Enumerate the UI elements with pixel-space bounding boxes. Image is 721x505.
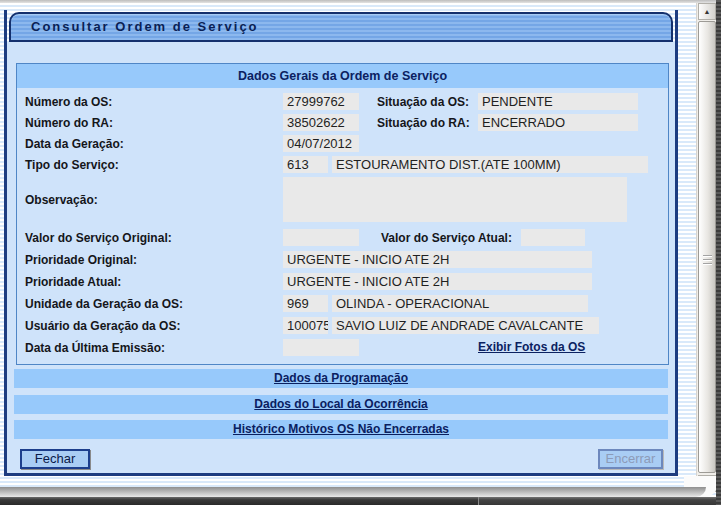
usuario-geracao-code-field: 100075 — [283, 317, 328, 334]
window-title: Consultar Ordem de Serviço — [31, 19, 259, 34]
numero-ra-label: Número do RA: — [25, 115, 113, 131]
scrollbar-grip-icon — [703, 255, 712, 265]
section-bar-local-ocorrencia[interactable]: Dados do Local da Ocorrência — [14, 395, 668, 414]
section-bar-dados-programacao-label: Dados da Programação — [274, 371, 408, 385]
tipo-servico-label: Tipo do Serviço: — [25, 157, 119, 173]
fechar-button[interactable]: Fechar — [20, 449, 90, 469]
scroll-up-icon: ▲ — [704, 8, 711, 15]
situacao-os-field: PENDENTE — [478, 93, 638, 110]
scrollbar-thumb[interactable] — [698, 21, 716, 473]
window-bottom-edge — [0, 487, 706, 497]
scroll-up-button[interactable]: ▲ — [698, 3, 716, 20]
prioridade-original-field: URGENTE - INICIO ATE 2H — [283, 251, 592, 268]
unidade-geracao-label: Unidade da Geração da OS: — [25, 296, 183, 312]
data-ultima-emissao-field — [283, 339, 359, 356]
tipo-servico-desc-field: ESTOURAMENTO DIST.(ATE 100MM) — [332, 156, 648, 173]
prioridade-original-label: Prioridade Original: — [25, 252, 137, 268]
numero-os-label: Número da OS: — [25, 94, 112, 110]
exibir-fotos-link[interactable]: Exibir Fotos da OS — [478, 339, 585, 356]
situacao-ra-field: ENCERRADO — [478, 114, 638, 131]
data-geracao-field: 04/07/2012 — [283, 135, 359, 152]
valor-original-field — [283, 229, 359, 246]
main-panel: Dados Gerais da Ordem de Serviço Número … — [7, 42, 675, 473]
screen: Consultar Ordem de Serviço Dados Gerais … — [0, 0, 721, 505]
numero-os-field: 27999762 — [283, 93, 359, 110]
window-right-edge — [716, 0, 721, 505]
taskbar-strip-right — [479, 497, 721, 505]
tipo-servico-code-field: 613 — [283, 156, 328, 173]
prioridade-atual-field: URGENTE - INICIO ATE 2H — [283, 273, 592, 290]
usuario-geracao-label: Usuário da Geração da OS: — [25, 318, 180, 334]
general-section-header: Dados Gerais da Ordem de Serviço — [17, 64, 668, 88]
window-title-bar: Consultar Ordem de Serviço — [9, 12, 673, 42]
unidade-geracao-code-field: 969 — [283, 295, 328, 312]
situacao-os-label: Situação da OS: — [377, 94, 469, 110]
observacao-textarea[interactable] — [283, 177, 627, 222]
vertical-scrollbar[interactable]: ▲ ▼ — [696, 3, 717, 492]
usuario-geracao-nome-field: SAVIO LUIZ DE ANDRADE CAVALCANTE — [332, 317, 599, 334]
valor-original-label: Valor do Serviço Original: — [25, 230, 172, 246]
valor-atual-label: Valor do Serviço Atual: — [381, 230, 512, 246]
window-top-edge — [0, 0, 716, 3]
encerrar-button: Encerrar — [598, 449, 663, 469]
section-bar-historico-motivos-label: Histórico Motivos OS Não Encerradas — [233, 422, 449, 436]
numero-ra-field: 38502622 — [283, 114, 359, 131]
situacao-ra-label: Situação do RA: — [377, 115, 470, 131]
observacao-label: Observação: — [25, 192, 98, 208]
section-bar-dados-programacao[interactable]: Dados da Programação — [14, 369, 668, 388]
section-bar-historico-motivos[interactable]: Histórico Motivos OS Não Encerradas — [14, 420, 668, 439]
data-geracao-label: Data da Geração: — [25, 136, 124, 152]
data-ultima-emissao-label: Data da Última Emissão: — [25, 340, 165, 356]
section-bar-local-ocorrencia-label: Dados do Local da Ocorrência — [254, 397, 427, 411]
unidade-geracao-desc-field: OLINDA - OPERACIONAL — [332, 295, 588, 312]
valor-atual-field — [521, 229, 585, 246]
taskbar-divider — [478, 497, 479, 505]
prioridade-atual-label: Prioridade Atual: — [25, 274, 121, 290]
